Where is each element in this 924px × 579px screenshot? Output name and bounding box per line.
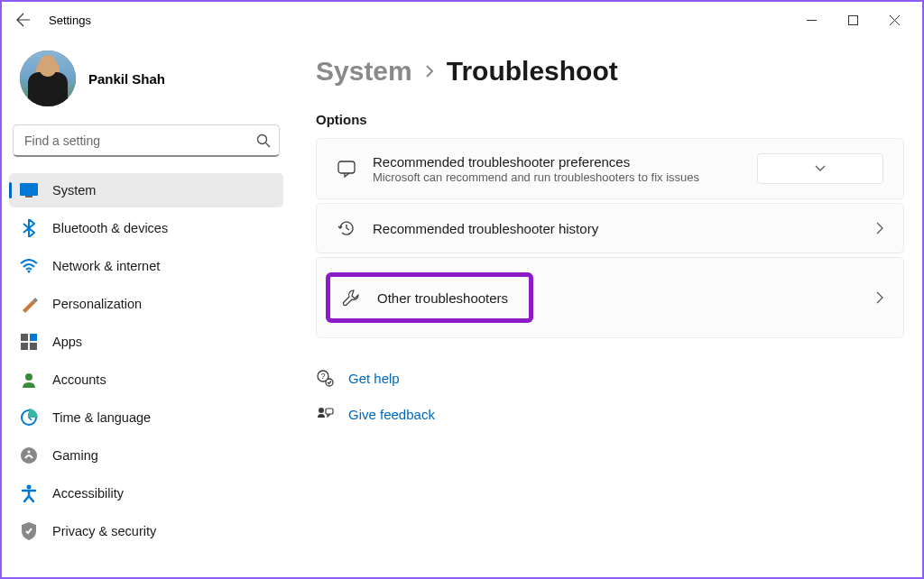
option-troubleshooter-preferences[interactable]: Recommended troubleshooter preferences M… (316, 138, 904, 199)
sidebar-item-label: Apps (52, 335, 82, 349)
svg-point-14 (27, 485, 32, 490)
sidebar-item-network[interactable]: Network & internet (9, 249, 283, 283)
sidebar-item-apps[interactable]: Apps (9, 325, 283, 359)
titlebar: Settings (2, 2, 922, 38)
option-subtitle: Microsoft can recommend and run troubles… (373, 170, 757, 184)
sidebar-item-label: Network & internet (52, 259, 160, 273)
search-box (13, 124, 280, 157)
svg-rect-7 (21, 343, 28, 350)
sidebar-item-label: Personalization (52, 297, 142, 311)
svg-rect-5 (21, 334, 28, 341)
arrow-left-icon (16, 13, 31, 27)
sidebar-item-system[interactable]: System (9, 173, 283, 207)
svg-point-4 (28, 271, 31, 273)
sidebar-item-label: Accessibility (52, 486, 124, 501)
sidebar-item-gaming[interactable]: Gaming (9, 438, 283, 473)
section-title: Options (316, 112, 904, 127)
breadcrumb-parent[interactable]: System (316, 56, 412, 87)
option-title: Recommended troubleshooter preferences (373, 154, 757, 170)
minimize-button[interactable] (790, 5, 832, 34)
preferences-dropdown[interactable] (757, 153, 883, 184)
svg-point-19 (319, 408, 324, 413)
chat-icon (337, 159, 356, 179)
sidebar-item-label: Privacy & security (52, 524, 156, 538)
option-title: Recommended troubleshooter history (373, 221, 876, 236)
breadcrumb-current: Troubleshoot (447, 56, 618, 87)
close-icon (890, 15, 900, 25)
svg-point-13 (28, 451, 31, 454)
profile-name: Pankil Shah (88, 71, 165, 87)
sidebar-item-label: Bluetooth & devices (52, 221, 168, 235)
sidebar-item-accessibility[interactable]: Accessibility (9, 476, 283, 510)
svg-rect-0 (848, 15, 857, 24)
svg-rect-15 (338, 161, 355, 173)
sidebar-item-privacy[interactable]: Privacy & security (9, 514, 283, 548)
search-input[interactable] (13, 124, 280, 157)
chevron-right-icon (876, 291, 883, 304)
sidebar-item-time[interactable]: Time & language (9, 400, 283, 435)
svg-rect-20 (326, 409, 333, 414)
help-icon: ? (316, 369, 334, 387)
svg-point-1 (258, 135, 267, 144)
gaming-icon (20, 446, 38, 464)
window-controls (790, 5, 915, 34)
svg-rect-8 (30, 343, 37, 350)
back-button[interactable] (9, 5, 38, 34)
help-links: ? Get help Give feedback (316, 363, 904, 428)
sidebar-item-bluetooth[interactable]: Bluetooth & devices (9, 211, 283, 245)
close-button[interactable] (873, 5, 915, 34)
sidebar: Pankil Shah System Bluetooth & devices N… (2, 38, 291, 577)
bluetooth-icon (20, 219, 38, 237)
sidebar-item-label: Gaming (52, 448, 98, 463)
paint-icon (20, 295, 38, 313)
minimize-icon (807, 15, 817, 25)
profile-section[interactable]: Pankil Shah (9, 47, 283, 124)
option-other-troubleshooters[interactable]: Other troubleshooters (316, 257, 904, 338)
option-title: Other troubleshooters (377, 290, 508, 306)
chevron-down-icon (815, 165, 826, 172)
breadcrumb: System Troubleshoot (316, 56, 904, 87)
svg-point-9 (25, 373, 32, 381)
display-icon (20, 181, 38, 199)
nav-list: System Bluetooth & devices Network & int… (9, 173, 283, 548)
sidebar-item-label: System (52, 183, 96, 198)
svg-rect-2 (20, 183, 38, 196)
sidebar-item-label: Accounts (52, 372, 106, 387)
chevron-right-icon (425, 64, 434, 78)
sidebar-item-label: Time & language (52, 410, 151, 425)
option-troubleshooter-history[interactable]: Recommended troubleshooter history (316, 203, 904, 253)
svg-rect-6 (30, 334, 37, 341)
wrench-icon (341, 288, 361, 308)
accessibility-icon (20, 484, 38, 502)
time-icon (20, 409, 38, 427)
svg-rect-3 (25, 196, 32, 198)
privacy-icon (20, 522, 38, 540)
link-text: Give feedback (348, 407, 435, 422)
wifi-icon (20, 257, 38, 275)
maximize-icon (848, 15, 858, 25)
account-icon (20, 371, 38, 389)
link-text: Get help (348, 371, 400, 386)
maximize-button[interactable] (832, 5, 873, 34)
avatar (20, 51, 76, 106)
chevron-right-icon (876, 222, 883, 234)
get-help-link[interactable]: ? Get help (316, 363, 904, 392)
sidebar-item-personalization[interactable]: Personalization (9, 287, 283, 321)
search-icon (256, 133, 271, 148)
apps-icon (20, 333, 38, 351)
svg-text:?: ? (320, 372, 325, 381)
main-content: System Troubleshoot Options Recommended … (291, 38, 922, 577)
history-icon (337, 218, 356, 238)
window-title: Settings (49, 14, 91, 27)
feedback-icon (316, 405, 334, 423)
give-feedback-link[interactable]: Give feedback (316, 400, 904, 428)
sidebar-item-accounts[interactable]: Accounts (9, 363, 283, 397)
